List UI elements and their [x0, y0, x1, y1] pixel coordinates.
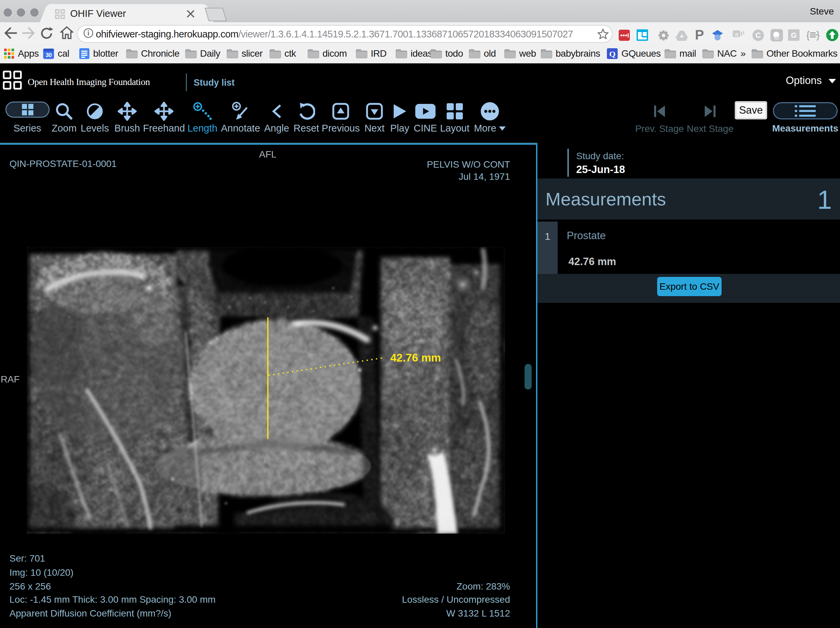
- svg-text:C: C: [756, 31, 761, 39]
- svg-text:}: }: [816, 30, 820, 41]
- svg-text:Q: Q: [609, 50, 615, 58]
- svg-text:P: P: [695, 29, 704, 41]
- svg-text:30: 30: [46, 52, 52, 58]
- svg-text:{: {: [806, 30, 810, 41]
- svg-text:G: G: [791, 31, 796, 39]
- svg-text:a: a: [735, 32, 738, 37]
